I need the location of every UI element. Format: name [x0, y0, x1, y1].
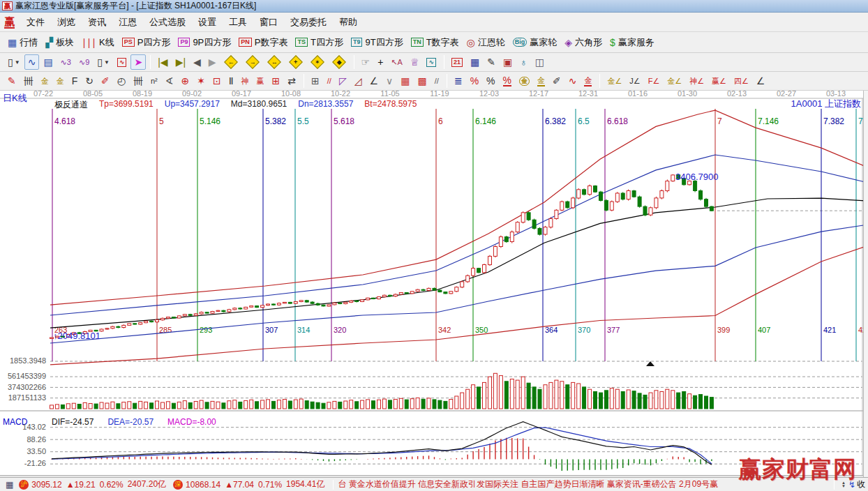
menu-item-help[interactable]: 帮助: [333, 14, 364, 31]
computer-button[interactable]: ◫: [532, 54, 548, 70]
gold-lines-2-button[interactable]: 金: [581, 73, 595, 89]
nav-prev-button[interactable]: ◀: [190, 54, 204, 70]
spiral-button[interactable]: ↻: [82, 73, 97, 89]
diamond-lr-button[interactable]: ↔: [264, 54, 285, 70]
star-grid-button[interactable]: ✶: [193, 73, 209, 89]
grid-red-2-button[interactable]: ▩: [414, 73, 431, 89]
wave-tool-button[interactable]: ∿: [565, 73, 581, 89]
pattern-teal-button[interactable]: ∿: [423, 54, 440, 70]
percent-t-button[interactable]: %: [467, 73, 482, 89]
angle-si-button[interactable]: 四∠: [731, 73, 752, 89]
ink-pen-button[interactable]: ✐: [549, 73, 564, 89]
angle-j-button[interactable]: J∠: [626, 73, 643, 89]
menu-item-window[interactable]: 窗口: [253, 14, 284, 31]
p9-square-button[interactable]: P99P四方形: [174, 35, 234, 50]
crosshair-button[interactable]: +: [374, 54, 387, 70]
market-grid-icon[interactable]: ▦: [6, 480, 13, 490]
collapse-button[interactable]: 收: [857, 478, 865, 490]
t9-square-button[interactable]: T99T四方形: [347, 35, 407, 50]
nav-last-button[interactable]: ▶|: [172, 54, 189, 70]
nav-first-button[interactable]: |◀: [154, 54, 171, 70]
winner-service-button[interactable]: $赢家服务: [606, 35, 658, 50]
fan-lines-button[interactable]: //: [324, 73, 335, 89]
percent-line-button[interactable]: %: [500, 73, 515, 89]
pen-red-button[interactable]: ✐: [98, 73, 113, 89]
swing-9-button[interactable]: ∿9: [75, 54, 93, 70]
angle-line-button[interactable]: ∠: [366, 73, 382, 89]
crown-tool-button[interactable]: ♕: [407, 54, 423, 70]
menu-item-news[interactable]: 资讯: [82, 14, 112, 31]
angle-cursor-button[interactable]: ∢: [162, 73, 177, 89]
swing-3-button[interactable]: ∿3: [57, 54, 75, 70]
calendar-button[interactable]: 21: [448, 54, 466, 70]
spin-control[interactable]: ▲▼: [841, 481, 846, 488]
slant-lines-button[interactable]: //: [431, 73, 442, 89]
box-grid-button[interactable]: ⊞: [308, 73, 323, 89]
f-ruler-button[interactable]: F: [68, 73, 82, 89]
diamond-star-button[interactable]: ✶: [307, 54, 328, 70]
pointer-a-button[interactable]: ↖A: [387, 54, 406, 70]
calculator-button[interactable]: ▦: [467, 54, 483, 70]
p-number-button[interactable]: PNP数字表: [235, 35, 291, 50]
angle-f-button[interactable]: F∠: [645, 73, 664, 89]
menu-item-tools[interactable]: 工具: [223, 14, 253, 31]
h-span-button[interactable]: ⇄: [284, 73, 299, 89]
percent-button[interactable]: %: [483, 73, 498, 89]
fan-box-purple-button[interactable]: ◸: [336, 73, 350, 89]
circle-cross-button[interactable]: ⊕: [178, 73, 193, 89]
time-ruler-2-button[interactable]: 卌: [130, 73, 147, 89]
hexagon-button[interactable]: ◈六角形: [561, 35, 606, 50]
diamond-left-button[interactable]: ←: [220, 54, 241, 70]
pattern-blue-button[interactable]: ∿: [24, 54, 40, 70]
angle-gold-button[interactable]: 金∠: [604, 73, 625, 89]
gold-circle-button[interactable]: 金: [516, 73, 533, 89]
n-square-button[interactable]: n²: [147, 73, 161, 89]
time-circle-button[interactable]: ◴: [114, 73, 129, 89]
save-button[interactable]: ▣: [500, 54, 516, 70]
gann-wheel-button[interactable]: ◎江恩轮: [463, 35, 509, 50]
color-chart-button[interactable]: ➤: [130, 54, 146, 70]
hand-tool-button[interactable]: ☞: [358, 54, 374, 70]
web-tools-button[interactable]: ♁: [516, 54, 531, 70]
menu-item-stock-picker[interactable]: 公式选股: [143, 14, 192, 31]
diamond-move-button[interactable]: ◆: [329, 54, 350, 70]
v-lines-button[interactable]: ∨: [382, 73, 396, 89]
nav-next-button[interactable]: ▶: [205, 54, 220, 70]
target-grid-button[interactable]: ⊡: [209, 73, 225, 89]
single-candle-button[interactable]: ▯▼: [93, 54, 113, 70]
gold-ruler-2-button[interactable]: 金: [53, 73, 68, 89]
angle-gold-2-button[interactable]: 金∠: [664, 73, 685, 89]
angle-plain-button[interactable]: ∠: [753, 73, 769, 89]
price-ladder-button[interactable]: ≣: [451, 73, 466, 89]
grid-red-1-button[interactable]: ▦: [397, 73, 413, 89]
gold-lines-button[interactable]: 金: [534, 73, 548, 89]
kline-style-button[interactable]: ▯▼: [4, 54, 24, 70]
pattern-red-button[interactable]: ∿: [114, 54, 130, 70]
k-marks-button[interactable]: Ⅱ: [225, 73, 237, 89]
angle-ying-button[interactable]: 赢∠: [708, 73, 730, 89]
diamond-cross-button[interactable]: +: [285, 54, 306, 70]
angle-shen-button[interactable]: 神∠: [686, 73, 708, 89]
shen-grid-button[interactable]: 神: [238, 73, 253, 89]
quotes-button[interactable]: ▦行情: [4, 35, 41, 50]
sectors-button[interactable]: ▞板块: [42, 35, 77, 50]
num-grid-button[interactable]: ⊞: [269, 73, 284, 89]
diamond-right-button[interactable]: →: [242, 54, 263, 70]
gold-ruler-1-button[interactable]: 金: [38, 73, 52, 89]
time-ruler-button[interactable]: 卌: [20, 73, 37, 89]
t-number-button[interactable]: TNT数字表: [407, 35, 463, 50]
pen-knife-button[interactable]: ✎: [4, 73, 20, 89]
t-square-button[interactable]: TST四方形: [292, 35, 346, 50]
menu-item-file[interactable]: 文件: [20, 14, 51, 31]
doc-list-button[interactable]: ▤: [40, 54, 56, 70]
p-square-button[interactable]: PSP四方形: [119, 35, 174, 50]
menu-item-gann[interactable]: 江恩: [112, 14, 143, 31]
news-ticker[interactable]: 台 黄金水道价值提升 信息安全新政引发国际关注 自主国产趋势日渐清晰 赢家资讯-…: [338, 478, 830, 490]
notes-button[interactable]: ✎: [484, 54, 499, 70]
kline-button[interactable]: ∣∣∣K线: [78, 35, 118, 50]
ying-grid-button[interactable]: 赢: [253, 73, 268, 89]
winner-wheel-button[interactable]: Big赢家轮: [509, 35, 561, 50]
menu-item-trade[interactable]: 交易委托: [284, 14, 333, 31]
menu-item-settings[interactable]: 设置: [192, 14, 223, 31]
fan-box-red-button[interactable]: ◿: [351, 73, 366, 89]
